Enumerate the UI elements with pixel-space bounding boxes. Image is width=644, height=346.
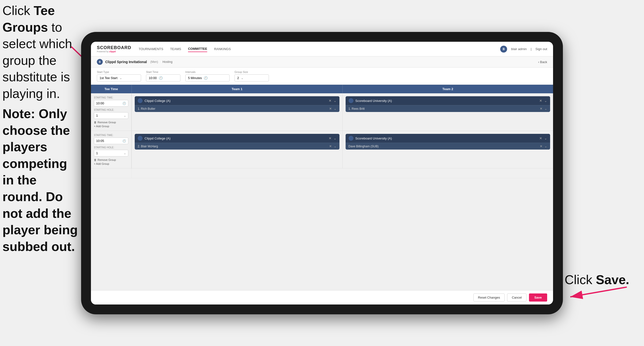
player-actions-2-1-1: ✕ ⌄ bbox=[329, 144, 336, 148]
remove-group-btn-1[interactable]: 🗑 Remove Group bbox=[94, 121, 128, 124]
team-card-header-2-1: Clippd College (A) ✕ ⌄ bbox=[135, 134, 340, 143]
logo-area: SCOREBOARD Powered by clippd bbox=[97, 45, 131, 53]
team-card-1-2: Scoreboard University (A) ✕ ⌄ 1. Rees Br… bbox=[346, 96, 550, 112]
player-expand-2-1-1[interactable]: ⌄ bbox=[334, 144, 336, 148]
player-name-2-1-1: 2. Blair McHarg bbox=[138, 145, 327, 148]
start-type-input[interactable]: 1st Tee Start ⌄ bbox=[97, 74, 141, 81]
team1-col-2: Clippd College (A) ✕ ⌄ 2. Blair McHarg ✕ bbox=[132, 131, 342, 168]
player-row-1-2-1: 1. Rees Britt ✕ ⌄ bbox=[346, 105, 550, 112]
group-size-chevron: ⌄ bbox=[241, 76, 244, 80]
tee-side-2: STARTING TIME: 10:05 🕙 STARTING HOLE: 1 … bbox=[91, 131, 132, 168]
team-actions-1-1: ✕ ⌄ bbox=[329, 99, 336, 103]
team2-col-2: Scoreboard University (A) ✕ ⌄ Dave Billi… bbox=[342, 131, 553, 168]
tee-side-3 bbox=[91, 168, 132, 178]
nav-bar: SCOREBOARD Powered by clippd TOURNAMENTS… bbox=[91, 42, 553, 56]
player-row-2-1-1: 2. Blair McHarg ✕ ⌄ bbox=[135, 143, 340, 150]
tee-groups-bold: Tee Groups bbox=[2, 3, 55, 34]
player-actions-1-1-1: ✕ ⌄ bbox=[329, 107, 336, 110]
team-card-1-1: Clippd College (A) ✕ ⌄ 1. Rich Butler ✕ bbox=[135, 96, 340, 112]
player-name-1-2-1: 1. Rees Britt bbox=[348, 107, 538, 110]
starting-time-label-2: STARTING TIME: bbox=[94, 134, 128, 137]
tee-time-clock-icon-1: 🕙 bbox=[122, 102, 126, 105]
team-name-2-2: Scoreboard University (A) bbox=[356, 137, 538, 140]
table-header: Tee Time Team 1 Team 2 bbox=[91, 85, 553, 93]
team-name-1-2: Scoreboard University (A) bbox=[356, 99, 538, 103]
team-remove-2-1[interactable]: ✕ bbox=[329, 136, 332, 140]
player-name-2-2-1: Dave Billingham (SUB) bbox=[348, 145, 538, 148]
click-save-label: Click Save. bbox=[564, 272, 629, 287]
trash-icon-1: 🗑 bbox=[94, 121, 96, 124]
nav-avatar: B bbox=[500, 46, 507, 52]
cancel-button[interactable]: Cancel bbox=[507, 294, 526, 302]
sub-avatar: B bbox=[97, 59, 103, 65]
team-dot-2-2 bbox=[348, 136, 354, 141]
player-expand-2-2-1[interactable]: ⌄ bbox=[544, 144, 547, 148]
team-remove-1-2[interactable]: ✕ bbox=[539, 99, 542, 103]
group-size-label: Group Size bbox=[234, 70, 269, 73]
note-bold: Note: Only choose the players competing … bbox=[2, 107, 78, 254]
nav-tournaments[interactable]: TOURNAMENTS bbox=[139, 46, 163, 52]
team-expand-2-2[interactable]: ⌄ bbox=[544, 136, 547, 140]
nav-teams[interactable]: TEAMS bbox=[170, 46, 181, 52]
team1-col-1: Clippd College (A) ✕ ⌄ 1. Rich Butler ✕ bbox=[132, 93, 342, 131]
group-size-group: Group Size 2 ⌄ bbox=[234, 70, 269, 81]
nav-links: TOURNAMENTS TEAMS COMMITTEE RANKINGS bbox=[139, 46, 500, 52]
team-dot-1-2 bbox=[348, 98, 354, 103]
footer-bar: Reset Changes Cancel Save bbox=[91, 290, 553, 305]
team-card-header-2-2: Scoreboard University (A) ✕ ⌄ bbox=[346, 134, 550, 143]
hosting-badge: Hosting bbox=[162, 60, 172, 64]
team-expand-1-1[interactable]: ⌄ bbox=[334, 99, 336, 103]
team-remove-2-2[interactable]: ✕ bbox=[539, 136, 542, 140]
team-dot-1-1 bbox=[138, 98, 142, 103]
nav-right: B blair admin | Sign out bbox=[500, 46, 547, 52]
start-type-group: Start Type 1st Tee Start ⌄ bbox=[97, 70, 141, 81]
nav-rankings[interactable]: RANKINGS bbox=[214, 46, 231, 52]
team-expand-1-2[interactable]: ⌄ bbox=[544, 99, 547, 103]
start-time-input[interactable]: 10:00 🕙 bbox=[146, 74, 180, 81]
teams-side-3 bbox=[132, 168, 553, 178]
team-card-header-1-1: Clippd College (A) ✕ ⌄ bbox=[135, 96, 340, 105]
player-row-2-2-1: Dave Billingham (SUB) ✕ ⌄ bbox=[346, 143, 550, 150]
player-remove-2-2-1[interactable]: ✕ bbox=[540, 144, 542, 148]
group-row: STARTING TIME: 10:00 🕙 STARTING HOLE: 1 … bbox=[91, 93, 553, 131]
team-card-2-1: Clippd College (A) ✕ ⌄ 2. Blair McHarg ✕ bbox=[135, 134, 340, 150]
reset-changes-button[interactable]: Reset Changes bbox=[474, 294, 505, 302]
player-actions-2-2-1: ✕ ⌄ bbox=[540, 144, 547, 148]
nav-committee[interactable]: COMMITTEE bbox=[188, 46, 207, 52]
trash-icon-2: 🗑 bbox=[94, 158, 96, 161]
player-expand-1-1-1[interactable]: ⌄ bbox=[334, 107, 336, 110]
th-tee-time: Tee Time bbox=[91, 85, 132, 93]
team-actions-2-2: ✕ ⌄ bbox=[539, 136, 547, 140]
tee-time-clock-icon-2: 🕙 bbox=[122, 139, 126, 143]
team-actions-1-2: ✕ ⌄ bbox=[539, 99, 547, 103]
player-row-1-1-1: 1. Rich Butler ✕ ⌄ bbox=[135, 105, 340, 112]
tee-time-input-2[interactable]: 10:05 🕙 bbox=[94, 137, 128, 144]
player-remove-1-1-1[interactable]: ✕ bbox=[329, 107, 332, 110]
team-remove-1-1[interactable]: ✕ bbox=[329, 99, 332, 103]
team-dot-2-1 bbox=[138, 136, 142, 141]
teams-side-1: Clippd College (A) ✕ ⌄ 1. Rich Butler ✕ bbox=[132, 93, 553, 131]
tee-hole-input-2[interactable]: 1 ⌄ bbox=[94, 150, 128, 156]
team-expand-2-1[interactable]: ⌄ bbox=[334, 136, 336, 140]
group-size-input[interactable]: 2 ⌄ bbox=[234, 74, 269, 81]
player-expand-1-2-1[interactable]: ⌄ bbox=[544, 107, 547, 110]
player-remove-2-1-1[interactable]: ✕ bbox=[329, 144, 332, 148]
tablet-frame: SCOREBOARD Powered by clippd TOURNAMENTS… bbox=[81, 32, 563, 314]
intervals-clock-icon: 🕙 bbox=[204, 76, 208, 80]
tournament-name: Clippd Spring Invitational bbox=[105, 60, 147, 64]
team2-col-1: Scoreboard University (A) ✕ ⌄ 1. Rees Br… bbox=[342, 93, 553, 131]
add-group-btn-1[interactable]: + Add Group bbox=[94, 125, 128, 128]
back-link[interactable]: ‹ Back bbox=[538, 60, 547, 64]
tee-hole-input-1[interactable]: 1 ⌄ bbox=[94, 112, 128, 119]
remove-group-btn-2[interactable]: 🗑 Remove Group bbox=[94, 158, 128, 161]
starting-time-label-1: STARTING TIME: bbox=[94, 96, 128, 99]
player-actions-1-2-1: ✕ ⌄ bbox=[540, 107, 547, 110]
player-remove-1-2-1[interactable]: ✕ bbox=[540, 107, 542, 110]
group-row-2: STARTING TIME: 10:05 🕙 STARTING HOLE: 1 … bbox=[91, 131, 553, 168]
save-button[interactable]: Save bbox=[529, 294, 547, 302]
add-group-btn-2[interactable]: + Add Group bbox=[94, 162, 128, 165]
intervals-input[interactable]: 5 Minutes 🕙 bbox=[185, 74, 230, 81]
tee-time-input-1[interactable]: 10:00 🕙 bbox=[94, 100, 128, 107]
team-card-2-2: Scoreboard University (A) ✕ ⌄ Dave Billi… bbox=[346, 134, 550, 150]
sign-out-link[interactable]: Sign out bbox=[535, 47, 547, 51]
